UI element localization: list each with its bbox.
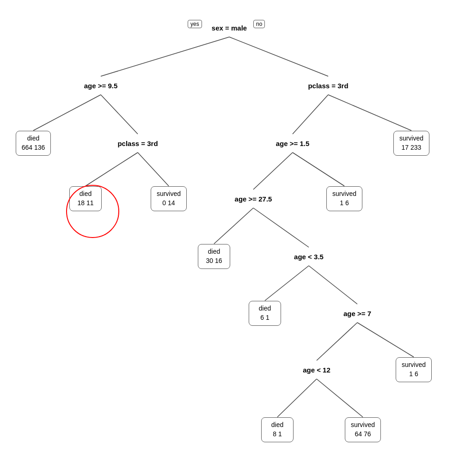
svg-line-3 xyxy=(101,95,138,134)
decision-label-age7: age >= 7 xyxy=(343,309,371,318)
node-root: sex = male xyxy=(199,18,259,37)
decision-label-age95: age >= 9.5 xyxy=(84,81,118,91)
svg-line-5 xyxy=(328,95,411,131)
decision-label-pclass3rd1: pclass = 3rd xyxy=(308,81,348,91)
node-age35: age < 3.5 xyxy=(283,247,334,266)
svg-line-15 xyxy=(357,323,414,357)
node-age275: age >= 27.5 xyxy=(223,189,283,208)
decision-label-age15: age >= 1.5 xyxy=(276,139,310,148)
svg-line-2 xyxy=(33,95,101,131)
decision-label-age12: age < 12 xyxy=(303,365,330,375)
svg-line-6 xyxy=(86,153,138,186)
decision-label-root: sex = male xyxy=(212,23,247,33)
decision-label-age35: age < 3.5 xyxy=(294,252,324,262)
node-age95: age >= 9.5 xyxy=(73,76,129,95)
node-surv0: survived0 14 xyxy=(146,186,192,212)
leaf-box-died1: died664 136 xyxy=(16,131,51,155)
node-died30: died30 16 xyxy=(195,244,234,269)
svg-line-4 xyxy=(293,95,328,134)
svg-line-0 xyxy=(101,37,229,76)
svg-line-12 xyxy=(265,266,309,301)
node-surv17: survived17 233 xyxy=(388,131,435,156)
svg-line-9 xyxy=(293,153,344,186)
svg-line-14 xyxy=(317,323,357,360)
leaf-box-surv16b: survived1 6 xyxy=(396,357,432,382)
leaf-box-died30: died30 16 xyxy=(198,244,230,269)
node-age15: age >= 1.5 xyxy=(265,134,320,153)
svg-line-7 xyxy=(138,153,169,186)
leaf-box-died61: died6 1 xyxy=(249,301,281,325)
tree-lines: yesno xyxy=(0,0,459,476)
svg-line-10 xyxy=(214,208,253,244)
node-surv6476: survived64 76 xyxy=(339,417,387,443)
node-died61: died6 1 xyxy=(246,301,283,326)
node-died18: died18 11 xyxy=(66,186,105,212)
svg-line-1 xyxy=(229,37,328,76)
leaf-box-surv0: survived0 14 xyxy=(151,186,187,211)
svg-line-11 xyxy=(253,208,309,247)
leaf-box-surv16a: survived1 6 xyxy=(326,186,362,211)
node-pclass3rd1: pclass = 3rd xyxy=(298,76,358,95)
node-pclass3rd2: pclass = 3rd xyxy=(108,134,168,153)
decision-tree: yesno sex = maleage >= 9.5pclass = 3rddi… xyxy=(0,0,459,476)
node-surv16a: survived1 6 xyxy=(323,186,367,212)
leaf-box-died18: died18 11 xyxy=(69,186,102,211)
svg-line-17 xyxy=(317,379,363,417)
leaf-box-died81: died8 1 xyxy=(261,417,294,442)
decision-label-pclass3rd2: pclass = 3rd xyxy=(117,139,158,148)
node-surv16b: survived1 6 xyxy=(392,357,436,383)
svg-line-13 xyxy=(309,266,357,304)
svg-line-8 xyxy=(253,153,293,189)
node-age7: age >= 7 xyxy=(332,304,383,323)
leaf-box-surv17: survived17 233 xyxy=(393,131,429,155)
decision-label-age275: age >= 27.5 xyxy=(235,194,272,204)
node-died1: died664 136 xyxy=(12,131,54,156)
leaf-box-surv6476: survived64 76 xyxy=(345,417,381,442)
svg-line-16 xyxy=(277,379,317,417)
node-age12: age < 12 xyxy=(293,360,341,379)
node-died81: died8 1 xyxy=(259,417,296,443)
